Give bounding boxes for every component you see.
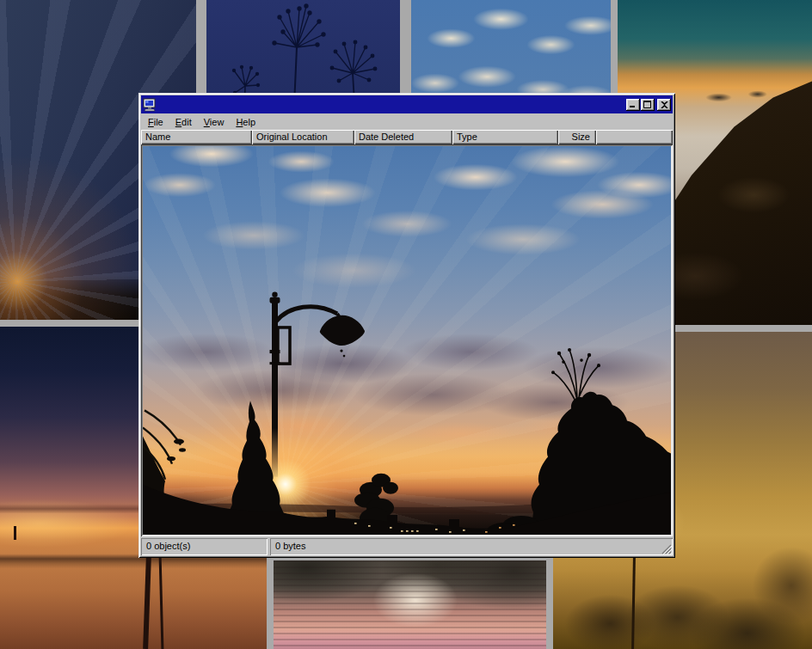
- resize-grip-icon[interactable]: [661, 543, 672, 554]
- background-photo-pink-water-reflection: [274, 560, 546, 649]
- thin-pole-silhouette: [631, 557, 636, 649]
- status-object-count: 0 object(s): [141, 538, 268, 555]
- column-header-row: Name Original Location Date Deleted Type…: [141, 130, 673, 144]
- status-bar: 0 object(s) 0 bytes: [141, 538, 673, 555]
- street-lamp-silhouette: [270, 292, 366, 477]
- column-header-type[interactable]: Type: [452, 130, 558, 144]
- close-icon: [661, 101, 668, 108]
- desktop: { "window": { "title": "", "menu": ["Fil…: [0, 0, 812, 649]
- menu-edit[interactable]: Edit: [169, 115, 198, 129]
- column-header-original-location[interactable]: Original Location: [252, 130, 354, 144]
- maximize-icon: [643, 101, 652, 108]
- column-header-date-deleted[interactable]: Date Deleted: [354, 130, 452, 144]
- window-content-area[interactable]: [141, 144, 673, 536]
- minimize-button[interactable]: [626, 99, 640, 111]
- menu-bar: File Edit View Help: [141, 113, 673, 130]
- sunset-lamppost-photo: [143, 146, 671, 535]
- menu-view[interactable]: View: [198, 115, 231, 129]
- close-button[interactable]: [657, 99, 671, 111]
- status-byte-count: 0 bytes: [270, 538, 673, 555]
- menu-file[interactable]: File: [142, 115, 169, 129]
- water-pole-silhouette: [159, 555, 164, 649]
- column-header-filler: [596, 130, 673, 144]
- water-pole-silhouette: [143, 557, 151, 649]
- title-bar[interactable]: [141, 95, 673, 113]
- water-pole-silhouette: [14, 526, 16, 540]
- silhouette-overlay: [143, 146, 671, 535]
- maximize-button[interactable]: [641, 99, 655, 111]
- computer-monitor-icon: [143, 98, 157, 112]
- minimize-icon: [629, 101, 637, 108]
- menu-help[interactable]: Help: [230, 115, 261, 129]
- recycle-bin-window: File Edit View Help Name Original Locati…: [138, 93, 675, 558]
- column-header-size[interactable]: Size: [558, 130, 596, 144]
- column-header-name[interactable]: Name: [141, 130, 252, 144]
